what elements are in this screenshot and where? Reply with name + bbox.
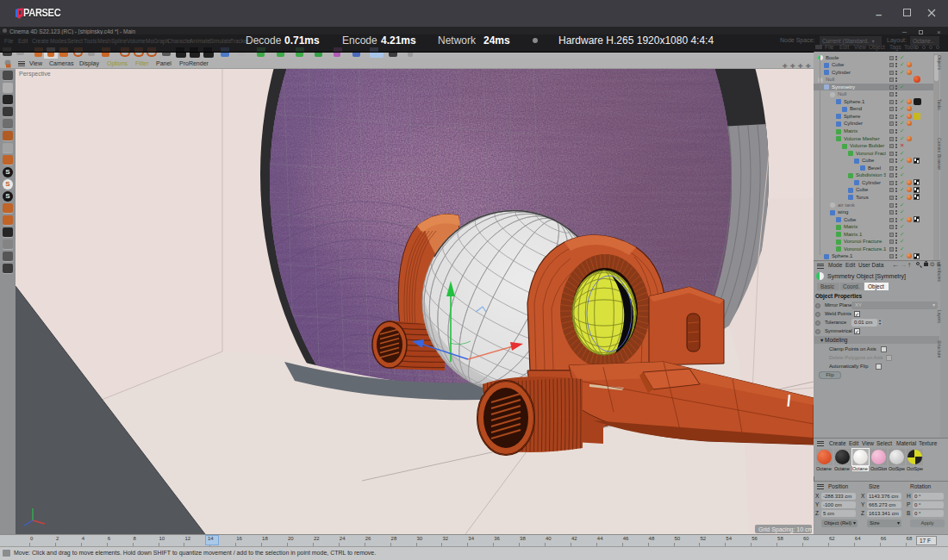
svg-text:Grid Spacing: 10 cm: Grid Spacing: 10 cm xyxy=(758,526,814,533)
